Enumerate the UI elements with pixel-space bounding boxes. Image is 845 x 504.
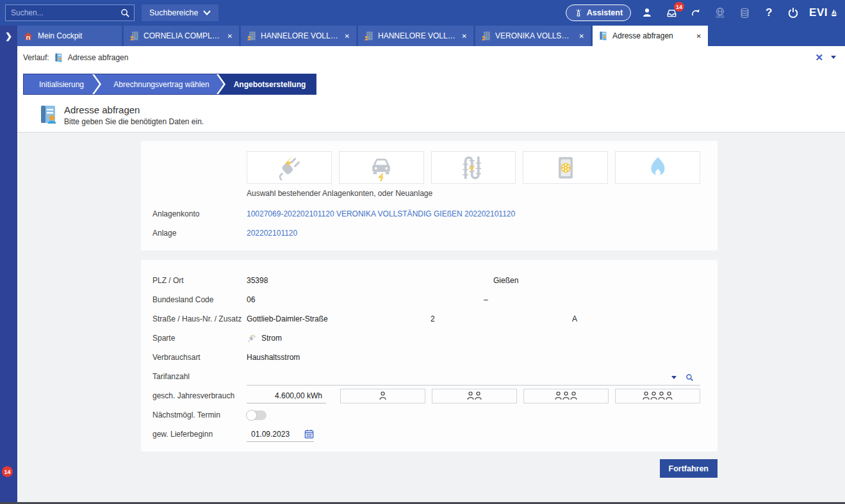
tab-close-icon[interactable]: ✕: [344, 33, 350, 40]
bundesland-extra-field[interactable]: –: [484, 290, 488, 309]
person-icon: [555, 391, 562, 400]
wizard-step-1[interactable]: Initialisierung: [24, 74, 99, 94]
help-label: ?: [766, 6, 772, 19]
building-person-icon: [129, 31, 139, 41]
grid-globe-icon[interactable]: GRID: [712, 4, 728, 21]
power-icon[interactable]: [785, 4, 801, 21]
close-icon[interactable]: ✕: [815, 53, 823, 62]
jahresverbrauch-row: gesch. Jahresverbrauch 4.600,00 kWh: [152, 386, 700, 405]
doc-person-icon: [598, 31, 608, 41]
sparte-value: Strom: [247, 333, 282, 343]
persons-2-button[interactable]: [432, 389, 517, 403]
search-icon[interactable]: [116, 5, 134, 20]
tab-close-icon[interactable]: ✕: [696, 33, 702, 40]
help-icon[interactable]: ?: [760, 4, 777, 21]
tab-hannelore-vollst[interactable]: HANNELORE VOLLST...✕: [358, 26, 473, 46]
tab-label: CORNELIA COMPLE...: [144, 31, 222, 40]
tarifanzahl-dropdown-icon[interactable]: [671, 376, 677, 379]
category-nachtspeicher-button[interactable]: [523, 151, 608, 184]
sparte-row: Sparte Strom: [152, 329, 700, 348]
wizard-step-3[interactable]: Angebotserstellung: [218, 74, 316, 94]
home-icon: [23, 31, 33, 41]
anlagenkonto-link[interactable]: 10027069-202202101120 VERONIKA VOLLSTÄND…: [247, 209, 515, 218]
category-elektromobilitaet-button[interactable]: [339, 151, 424, 184]
calendar-icon[interactable]: [304, 429, 314, 439]
tab-close-icon[interactable]: ✕: [227, 33, 233, 40]
lieferbeginn-input[interactable]: 01.09.2023: [247, 427, 314, 442]
bundesland-code-field[interactable]: 06: [247, 290, 255, 309]
tab-label: Adresse abfragen: [612, 31, 691, 40]
tab-hannelore-vollst[interactable]: HANNELORE VOLLST...✕: [241, 26, 356, 46]
tab-close-icon[interactable]: ✕: [578, 33, 585, 40]
sailboat-icon: [829, 8, 839, 19]
search-scope-button[interactable]: Suchbereiche: [142, 4, 218, 21]
address-panel: PLZ / Ort 35398 Gießen Bundesland Code 0…: [141, 260, 718, 451]
page-header: Adresse abfragen Bitte geben Sie die ben…: [17, 95, 845, 133]
strasse-label: Straße / Haus-Nr. / Zusatz: [152, 314, 247, 323]
sparte-text[interactable]: Strom: [261, 334, 282, 343]
zusatz-field[interactable]: A: [572, 309, 577, 329]
assistant-label: Assistent: [587, 8, 623, 17]
user-icon[interactable]: [639, 4, 655, 21]
person-icon: [475, 391, 482, 400]
inbox-icon[interactable]: 14: [663, 4, 680, 21]
category-strom-button[interactable]: [247, 151, 332, 184]
termin-row: Nächstmögl. Termin: [152, 405, 700, 425]
bundesland-label: Bundesland Code: [152, 295, 247, 304]
person-icon: [467, 391, 474, 400]
person-icon: [643, 391, 650, 400]
tab-close-icon[interactable]: ✕: [461, 33, 468, 40]
continue-button[interactable]: Fortfahren: [660, 459, 718, 478]
sparte-label: Sparte: [152, 334, 247, 343]
category-waermestrom-button[interactable]: [431, 151, 516, 184]
app-window: Suchbereiche Assistent 14 GRID ?: [0, 0, 845, 504]
tab-mein-cockpit[interactable]: Mein Cockpit: [17, 26, 122, 46]
persons-3-button[interactable]: [523, 389, 609, 403]
wizard-step-2[interactable]: Abrechnungsvertrag wählen: [94, 74, 224, 94]
bundesland-values: 06 –: [247, 290, 700, 309]
database-icon[interactable]: [736, 4, 753, 21]
plz-field[interactable]: 35398: [247, 271, 268, 290]
tab-adresse-abfragen[interactable]: Adresse abfragen✕: [593, 26, 708, 46]
action-row: Fortfahren: [141, 459, 718, 478]
strasse-row: Straße / Haus-Nr. / Zusatz Gottlieb-Daim…: [152, 309, 700, 329]
anlage-link[interactable]: 202202101120: [247, 229, 297, 238]
persons-1-button[interactable]: [340, 389, 425, 403]
toggle-knob: [246, 410, 257, 421]
sidebar-strip: ❯ 14: [0, 26, 17, 502]
tarifanzahl-input[interactable]: [247, 370, 700, 386]
tab-cornelia-comple[interactable]: CORNELIA COMPLE...✕: [124, 26, 239, 46]
verbrauchsart-value[interactable]: Haushaltsstrom: [247, 353, 300, 362]
person-icon: [379, 391, 386, 400]
search-input[interactable]: [6, 8, 116, 17]
termin-toggle[interactable]: [247, 411, 267, 420]
tab-label: VERONIKA VOLLSTÄ...: [495, 31, 574, 40]
assistant-button[interactable]: Assistent: [566, 4, 631, 21]
strasse-field[interactable]: Gottlieb-Daimler-Straße: [247, 309, 328, 329]
brand-text: EVI: [809, 6, 828, 19]
building-person-icon: [247, 31, 256, 41]
history-item[interactable]: Adresse abfragen: [68, 53, 129, 62]
sidebar-notification-badge[interactable]: 14: [2, 466, 13, 477]
jahresverbrauch-input[interactable]: 4.600,00 kWh: [247, 389, 326, 403]
category-gas-button[interactable]: [615, 151, 700, 184]
tarifanzahl-search-icon[interactable]: [685, 373, 694, 382]
history-label: Verlauf:: [23, 53, 49, 62]
sidebar-expand-button[interactable]: ❯: [5, 26, 12, 47]
meter-icon: [553, 154, 578, 182]
hausnr-field[interactable]: 2: [431, 309, 435, 329]
global-search[interactable]: [5, 4, 135, 21]
strasse-values: Gottlieb-Daimler-Straße 2 A: [247, 309, 700, 329]
anlagenkonto-row: Anlagenkonto 10027069-202202101120 VERON…: [152, 204, 700, 224]
tab-veronika-vollst[interactable]: VERONIKA VOLLSTÄ...✕: [475, 26, 591, 46]
content-area: Verlauf: Adresse abfragen ✕ Initialisier…: [17, 46, 845, 502]
redo-icon[interactable]: [687, 4, 704, 21]
lieferbeginn-value: 01.09.2023: [251, 430, 300, 439]
person-icon: [658, 391, 665, 400]
caret-down-icon[interactable]: [831, 56, 836, 59]
plug-icon: [274, 154, 304, 181]
person-icon: [666, 391, 673, 400]
persons-4-button[interactable]: [615, 389, 700, 403]
lieferbeginn-label: gew. Lieferbeginn: [152, 430, 247, 439]
ort-field[interactable]: Gießen: [493, 271, 518, 290]
